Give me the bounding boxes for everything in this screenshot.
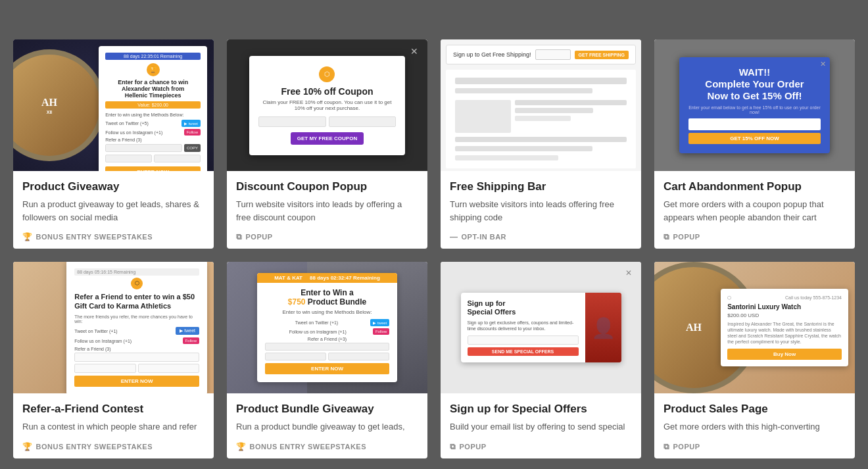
card-badge-refer-a-friend: 🏆 BONUS ENTRY SWEEPSTAKES <box>22 442 153 451</box>
card-preview-refer-a-friend: 88 days 05:16:15 Remaining ⬡ Refer a Fri… <box>13 262 214 393</box>
card-description-product-sales: Get more orders with this high-convertin… <box>663 420 846 433</box>
card-content-cart-abandonment: Cart Abandonment Popup Get more orders w… <box>654 171 855 249</box>
card-title-cart-abandonment: Cart Abandonment Popup <box>663 180 846 193</box>
card-badge-special-offers: ⧉ POPUP <box>450 442 487 451</box>
card-title-product-giveaway: Product Giveaway <box>22 180 205 193</box>
card-preview-free-shipping-bar: Sign up to Get Free Shipping! GET FREE S… <box>441 39 641 171</box>
card-content-free-shipping-bar: Free Shipping Bar Turn website visitors … <box>441 171 641 249</box>
card-title-discount-coupon: Discount Coupon Popup <box>236 180 418 193</box>
card-badge-product-giveaway: 🏆 BONUS ENTRY SWEEPSTAKES <box>22 232 153 241</box>
campaign-card-product-sales[interactable]: AH ⬡ Call us today 555-875-1234 Santorin… <box>654 262 855 458</box>
campaign-card-product-giveaway[interactable]: AH XII 88 days 22:35:01 Remaining 🏆 Ente… <box>13 39 214 249</box>
card-content-product-bundle: Product Bundle Giveaway Run a product bu… <box>227 393 427 458</box>
card-title-product-bundle: Product Bundle Giveaway <box>236 403 418 416</box>
badge-icon-product-sales: ⧉ <box>663 442 670 451</box>
card-preview-special-offers: Sign up forSpecial Offers Sign up to get… <box>441 262 641 393</box>
badge-icon-refer-a-friend: 🏆 <box>22 442 33 451</box>
card-description-free-shipping-bar: Turn website visitors into leads offerin… <box>450 198 632 224</box>
badge-label-cart-abandonment: POPUP <box>673 233 700 241</box>
campaign-card-product-bundle[interactable]: MAT & KAT 88 days 02:32:47 Remaining Ent… <box>227 262 427 458</box>
card-description-refer-a-friend: Run a contest in which people share and … <box>22 420 205 433</box>
card-badge-free-shipping-bar: — OPT-IN BAR <box>450 232 506 241</box>
badge-label-product-bundle: BONUS ENTRY SWEEPSTAKES <box>250 443 367 451</box>
badge-icon-product-giveaway: 🏆 <box>22 232 33 241</box>
badge-icon-special-offers: ⧉ <box>450 442 456 451</box>
campaigns-grid: AH XII 88 days 22:35:01 Remaining 🏆 Ente… <box>13 39 855 458</box>
card-content-product-giveaway: Product Giveaway Run a product giveaway … <box>13 171 214 249</box>
card-badge-cart-abandonment: ⧉ POPUP <box>663 232 700 241</box>
page-container: AH XII 88 days 22:35:01 Remaining 🏆 Ente… <box>0 0 868 469</box>
card-title-free-shipping-bar: Free Shipping Bar <box>450 180 632 193</box>
badge-label-product-giveaway: BONUS ENTRY SWEEPSTAKES <box>36 233 153 241</box>
card-preview-discount-coupon: ⬡ Free 10% off Coupon Claim your FREE 10… <box>227 39 427 171</box>
badge-icon-product-bundle: 🏆 <box>236 442 247 451</box>
badge-icon-cart-abandonment: ⧉ <box>663 232 670 241</box>
card-content-special-offers: Sign up for Special Offers Build your em… <box>441 393 641 458</box>
card-title-product-sales: Product Sales Page <box>663 403 846 416</box>
card-badge-product-bundle: 🏆 BONUS ENTRY SWEEPSTAKES <box>236 442 366 451</box>
badge-label-product-sales: POPUP <box>673 443 700 451</box>
card-content-product-sales: Product Sales Page Get more orders with … <box>654 393 855 458</box>
campaign-card-refer-a-friend[interactable]: 88 days 05:16:15 Remaining ⬡ Refer a Fri… <box>13 262 214 458</box>
card-badge-product-sales: ⧉ POPUP <box>663 442 700 451</box>
card-description-special-offers: Build your email list by offering to sen… <box>450 420 632 433</box>
card-preview-cart-abandonment: ✕ WAIT!!Complete Your OrderNow to Get 15… <box>654 39 855 171</box>
card-description-product-bundle: Run a product bundle giveaway to get lea… <box>236 420 418 433</box>
badge-label-refer-a-friend: BONUS ENTRY SWEEPSTAKES <box>36 443 153 451</box>
badge-icon-free-shipping-bar: — <box>450 232 458 241</box>
badge-label-discount-coupon: POPUP <box>246 233 273 241</box>
campaign-card-special-offers[interactable]: Sign up forSpecial Offers Sign up to get… <box>441 262 641 458</box>
campaign-card-discount-coupon[interactable]: ⬡ Free 10% off Coupon Claim your FREE 10… <box>227 39 427 249</box>
card-title-refer-a-friend: Refer-a-Friend Contest <box>22 403 205 416</box>
campaign-card-free-shipping-bar[interactable]: Sign up to Get Free Shipping! GET FREE S… <box>441 39 641 249</box>
card-description-discount-coupon: Turn website visitors into leads by offe… <box>236 198 418 224</box>
badge-label-special-offers: POPUP <box>460 443 487 451</box>
card-content-discount-coupon: Discount Coupon Popup Turn website visit… <box>227 171 427 249</box>
card-content-refer-a-friend: Refer-a-Friend Contest Run a contest in … <box>13 393 214 458</box>
card-preview-product-sales: AH ⬡ Call us today 555-875-1234 Santorin… <box>654 262 855 393</box>
card-preview-product-bundle: MAT & KAT 88 days 02:32:47 Remaining Ent… <box>227 262 427 393</box>
campaign-card-cart-abandonment[interactable]: ✕ WAIT!!Complete Your OrderNow to Get 15… <box>654 39 855 249</box>
card-badge-discount-coupon: ⧉ POPUP <box>236 232 273 241</box>
card-preview-product-giveaway: AH XII 88 days 22:35:01 Remaining 🏆 Ente… <box>13 39 214 171</box>
card-title-special-offers: Sign up for Special Offers <box>450 403 632 416</box>
badge-label-free-shipping-bar: OPT-IN BAR <box>462 233 507 241</box>
badge-icon-discount-coupon: ⧉ <box>236 232 243 241</box>
card-description-product-giveaway: Run a product giveaway to get leads, sha… <box>22 198 205 224</box>
card-description-cart-abandonment: Get more orders with a coupon popup that… <box>663 198 846 224</box>
